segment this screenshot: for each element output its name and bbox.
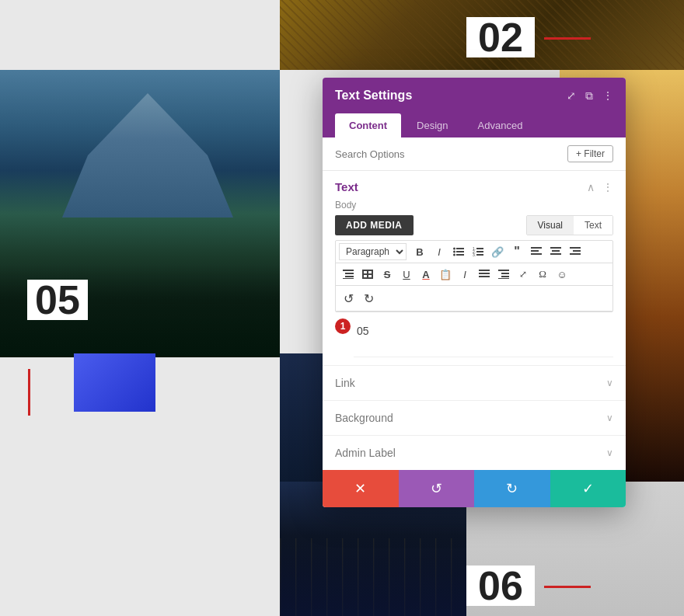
svg-rect-3 — [456, 251, 464, 252]
cancel-button[interactable]: ✕ — [323, 470, 399, 507]
paragraph-select[interactable]: Paragraph — [339, 243, 407, 260]
redo-action-button[interactable]: ↻ — [474, 470, 550, 507]
ul-button[interactable] — [449, 242, 468, 261]
add-media-button[interactable]: ADD MEDIA — [335, 215, 414, 235]
search-input[interactable] — [335, 148, 561, 160]
save-button[interactable]: ✓ — [550, 470, 626, 507]
section-header: Text ∧ ⋮ — [323, 171, 626, 198]
ol-button[interactable]: 1.2.3. — [469, 242, 487, 261]
svg-rect-40 — [498, 278, 509, 279]
search-row: + Filter — [323, 137, 626, 171]
number-05-label: 05 — [27, 280, 88, 320]
svg-rect-25 — [345, 273, 354, 274]
svg-rect-37 — [498, 270, 509, 271]
omega-button[interactable]: Ω — [533, 265, 552, 284]
svg-rect-27 — [343, 278, 354, 279]
align-right-button[interactable] — [566, 242, 585, 261]
color-button[interactable]: A — [417, 265, 435, 284]
svg-rect-20 — [570, 247, 581, 249]
svg-rect-17 — [552, 250, 560, 252]
panel-title: Text Settings — [335, 89, 412, 103]
link-chevron: ∨ — [606, 378, 613, 388]
accordion-background[interactable]: Background ∨ — [323, 400, 626, 435]
blue-rectangle — [74, 353, 155, 412]
svg-rect-13 — [531, 250, 539, 252]
editor-area: ADD MEDIA Visual Text Paragraph B I — [323, 215, 626, 365]
more-icon[interactable]: ⋮ — [602, 90, 613, 101]
admin-label-label: Admin Label — [335, 447, 396, 459]
align-left-button[interactable] — [527, 242, 546, 261]
link-button[interactable]: 🔗 — [488, 242, 507, 261]
svg-rect-21 — [573, 250, 581, 252]
body-label: Body — [323, 198, 626, 215]
blockquote-button[interactable]: " — [508, 242, 526, 261]
columns-icon[interactable]: ⧉ — [585, 90, 593, 101]
strikethrough-button[interactable]: S — [378, 265, 396, 284]
redo-button[interactable]: ↻ — [359, 289, 378, 308]
svg-rect-22 — [570, 253, 581, 255]
media-row: ADD MEDIA Visual Text — [335, 215, 613, 235]
tabs-row: Content Design Advanced — [323, 113, 626, 137]
tab-advanced[interactable]: Advanced — [464, 113, 537, 137]
arrow-06 — [544, 586, 591, 588]
filter-button[interactable]: + Filter — [567, 145, 613, 162]
svg-point-4 — [453, 254, 455, 256]
undo-redo-row: ↺ ↻ — [336, 286, 612, 311]
smiley-button[interactable]: ☺ — [553, 265, 571, 284]
svg-rect-11 — [476, 254, 483, 256]
tab-design[interactable]: Design — [403, 113, 462, 137]
table-button[interactable] — [358, 265, 377, 284]
underline-button[interactable]: U — [397, 265, 416, 284]
svg-rect-1 — [456, 248, 464, 249]
svg-rect-9 — [476, 251, 483, 252]
align-center-button[interactable] — [546, 242, 565, 261]
svg-rect-16 — [550, 247, 561, 249]
svg-rect-26 — [345, 276, 354, 277]
panel-scroll: + Filter Text ∧ ⋮ Body ADD MEDIA Visual … — [323, 137, 626, 470]
italic2-button[interactable]: I — [455, 265, 474, 284]
wp-toolbar: Paragraph B I 1.2.3. 🔗 " — [335, 240, 613, 312]
visual-button[interactable]: Visual — [527, 216, 574, 235]
svg-rect-34 — [479, 270, 490, 271]
svg-rect-33 — [362, 277, 373, 279]
link-label: Link — [335, 377, 355, 389]
fullscreen-icon[interactable]: ⤢ — [567, 90, 576, 101]
red-badge: 1 — [335, 318, 351, 334]
background-chevron: ∨ — [606, 412, 613, 423]
section-title: Text — [335, 180, 358, 193]
admin-label-chevron: ∨ — [606, 447, 613, 458]
svg-rect-38 — [501, 273, 509, 274]
section-icons: ∧ ⋮ — [587, 181, 613, 193]
collapse-icon[interactable]: ∧ — [587, 181, 595, 193]
content-editable[interactable]: 05 — [354, 318, 613, 357]
svg-rect-18 — [550, 253, 561, 255]
tab-content[interactable]: Content — [335, 113, 401, 137]
svg-rect-14 — [531, 253, 542, 255]
accordion-link[interactable]: Link ∨ — [323, 365, 626, 400]
text-button[interactable]: Text — [574, 216, 612, 235]
reset-button[interactable]: ↺ — [399, 470, 475, 507]
panel-header: Text Settings ⤢ ⧉ ⋮ — [323, 78, 626, 113]
toolbar-row-1: Paragraph B I 1.2.3. 🔗 " — [336, 241, 612, 263]
section-more-icon[interactable]: ⋮ — [602, 181, 613, 193]
list-indent-button[interactable] — [339, 265, 358, 284]
paste-button[interactable]: 📋 — [436, 265, 455, 284]
accordion-admin-label[interactable]: Admin Label ∨ — [323, 435, 626, 470]
visual-text-toggle: Visual Text — [526, 215, 613, 235]
italic-button[interactable]: I — [430, 242, 448, 261]
undo-button[interactable]: ↺ — [339, 289, 358, 308]
settings-panel: Text Settings ⤢ ⧉ ⋮ Content Design Advan… — [323, 78, 626, 507]
content-row: 1 05 — [335, 312, 613, 365]
svg-rect-36 — [479, 276, 490, 277]
indent-button[interactable] — [494, 265, 513, 284]
background-label: Background — [335, 412, 393, 424]
fullscreen2-button[interactable]: ⤢ — [514, 265, 532, 284]
arrow-05 — [28, 369, 30, 416]
arrow-02 — [544, 37, 591, 40]
svg-rect-7 — [476, 248, 483, 249]
svg-point-2 — [453, 251, 455, 253]
bold-button[interactable]: B — [410, 242, 429, 261]
outdent-button[interactable] — [475, 265, 494, 284]
number-06-label: 06 — [466, 566, 535, 606]
action-bar: ✕ ↺ ↻ ✓ — [323, 470, 626, 507]
